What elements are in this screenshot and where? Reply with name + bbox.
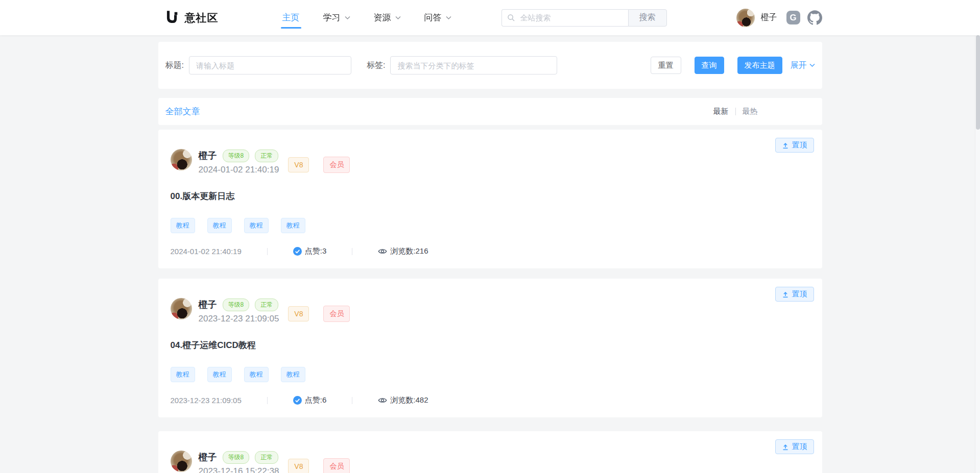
author-badges: V8 会员 xyxy=(288,306,350,322)
author-name[interactable]: 橙子 xyxy=(199,150,217,162)
views-label: 浏览数:216 xyxy=(390,246,428,256)
post-tag[interactable]: 教程 xyxy=(244,367,269,382)
pin-top-icon xyxy=(782,443,789,451)
status-badge: 正常 xyxy=(255,451,278,464)
yishequ-logo-icon xyxy=(164,10,180,26)
footer-datetime: 2024-01-02 21:40:19 xyxy=(171,247,242,256)
user-avatar[interactable] xyxy=(736,9,755,27)
sort-newest[interactable]: 最新 xyxy=(713,107,729,116)
sort-divider xyxy=(735,108,736,115)
search-input[interactable] xyxy=(501,9,628,27)
tag-filter-group: 标签: xyxy=(367,56,557,74)
title-filter-input[interactable] xyxy=(189,56,351,74)
nav-label: 资源 xyxy=(374,12,391,23)
footer-divider xyxy=(267,397,268,404)
user-area: 橙子 G xyxy=(736,9,822,27)
post-tag[interactable]: 教程 xyxy=(281,367,305,382)
author-name[interactable]: 橙子 xyxy=(199,298,217,311)
vip-badge: V8 xyxy=(288,459,309,473)
sort-hottest[interactable]: 最热 xyxy=(743,107,758,116)
author-badges: V8 会员 xyxy=(288,157,350,173)
post-title[interactable]: 04.橙子运维CICD教程 xyxy=(171,339,810,351)
post-datetime: 2023-12-23 21:09:05 xyxy=(199,314,279,324)
author-avatar[interactable] xyxy=(171,149,192,170)
chevron-down-icon xyxy=(345,16,350,20)
pin-top-button[interactable]: 置顶 xyxy=(775,287,814,302)
member-badge: 会员 xyxy=(323,157,350,173)
chevron-down-icon xyxy=(446,16,451,20)
post-author-row: 橙子 等级8 正常 2023-12-16 15:22:38 V8 会员 xyxy=(171,451,810,473)
github-icon[interactable] xyxy=(807,10,822,25)
chevron-down-icon xyxy=(395,16,401,20)
post-tag[interactable]: 教程 xyxy=(171,367,195,382)
post-datetime: 2024-01-02 21:40:19 xyxy=(199,165,279,175)
author-avatar[interactable] xyxy=(171,451,192,472)
post-tag[interactable]: 教程 xyxy=(171,218,195,233)
nav-item-home[interactable]: 主页 xyxy=(281,0,301,35)
top-navbar: 意社区 主页 学习 资源 问答 xyxy=(0,0,980,35)
post-card: 置顶 橙子 等级8 正常 2023-12-16 15:22:38 V8 会员 xyxy=(158,431,822,473)
post-author-row: 橙子 等级8 正常 2024-01-02 21:40:19 V8 会员 xyxy=(171,149,810,175)
pin-top-label: 置顶 xyxy=(792,140,807,150)
post-tag[interactable]: 教程 xyxy=(244,218,269,233)
post-tag[interactable]: 教程 xyxy=(281,218,305,233)
tag-filter-input[interactable] xyxy=(390,56,557,74)
author-name[interactable]: 橙子 xyxy=(199,451,217,463)
author-info: 橙子 等级8 正常 2024-01-02 21:40:19 xyxy=(199,149,279,175)
views-stat: 浏览数:216 xyxy=(378,246,428,256)
publish-topic-button[interactable]: 发布主题 xyxy=(737,57,782,74)
level-badge: 等级8 xyxy=(223,451,250,464)
search-button[interactable]: 搜索 xyxy=(628,9,667,27)
author-info: 橙子 等级8 正常 2023-12-16 15:22:38 xyxy=(199,451,279,473)
level-badge: 等级8 xyxy=(223,298,250,311)
pin-top-icon xyxy=(782,291,789,298)
expand-label: 展开 xyxy=(791,60,807,71)
global-search: 搜索 xyxy=(501,9,667,27)
footer-divider xyxy=(267,248,268,255)
status-badge: 正常 xyxy=(255,298,278,311)
footer-divider xyxy=(352,248,352,255)
gitee-icon[interactable]: G xyxy=(786,11,800,24)
username[interactable]: 橙子 xyxy=(761,12,777,23)
nav-item-study[interactable]: 学习 xyxy=(322,0,352,35)
nav-label: 主页 xyxy=(282,12,300,23)
post-tag[interactable]: 教程 xyxy=(207,367,232,382)
pin-top-button[interactable]: 置顶 xyxy=(775,439,814,454)
query-button[interactable]: 查询 xyxy=(695,57,724,74)
post-author-row: 橙子 等级8 正常 2023-12-23 21:09:05 V8 会员 xyxy=(171,298,810,324)
post-footer: 2024-01-02 21:40:19 点赞:3 浏览数:216 xyxy=(171,246,810,256)
search-icon xyxy=(507,14,515,22)
brand-title: 意社区 xyxy=(185,11,219,25)
filter-panel: 标题: 标签: 重置 查询 发布主题 展开 xyxy=(158,42,822,89)
nav-label: 问答 xyxy=(424,12,442,23)
all-articles-tab[interactable]: 全部文章 xyxy=(165,106,200,117)
nav-item-resources[interactable]: 资源 xyxy=(372,0,402,35)
author-avatar[interactable] xyxy=(171,298,192,319)
level-badge: 等级8 xyxy=(223,150,250,162)
like-check-icon xyxy=(293,247,302,256)
post-title[interactable]: 00.版本更新日志 xyxy=(171,190,810,202)
vip-badge: V8 xyxy=(288,157,309,172)
views-stat: 浏览数:482 xyxy=(378,395,428,405)
post-tag[interactable]: 教程 xyxy=(207,218,232,233)
member-badge: 会员 xyxy=(323,306,350,322)
page-scrollbar[interactable] xyxy=(975,0,980,473)
member-badge: 会员 xyxy=(323,458,350,473)
list-header-bar: 全部文章 最新 最热 xyxy=(158,98,822,125)
author-info: 橙子 等级8 正常 2023-12-23 21:09:05 xyxy=(199,298,279,324)
brand[interactable]: 意社区 xyxy=(164,10,219,26)
likes-label: 点赞:3 xyxy=(305,246,327,256)
likes-stat: 点赞:3 xyxy=(293,246,327,256)
pin-top-button[interactable]: 置顶 xyxy=(775,138,814,153)
vip-badge: V8 xyxy=(288,306,309,321)
expand-toggle[interactable]: 展开 xyxy=(791,60,815,71)
scrollbar-thumb[interactable] xyxy=(976,35,980,130)
nav-item-qa[interactable]: 问答 xyxy=(423,0,453,35)
post-datetime: 2023-12-16 15:22:38 xyxy=(199,466,279,473)
main-nav: 主页 学习 资源 问答 xyxy=(281,0,473,35)
filter-actions: 重置 查询 发布主题 展开 xyxy=(651,57,815,74)
post-card: 置顶 橙子 等级8 正常 2024-01-02 21:40:19 V8 会员 0… xyxy=(158,130,822,268)
eye-icon xyxy=(378,396,387,404)
reset-button[interactable]: 重置 xyxy=(651,57,681,74)
footer-divider xyxy=(352,397,352,404)
